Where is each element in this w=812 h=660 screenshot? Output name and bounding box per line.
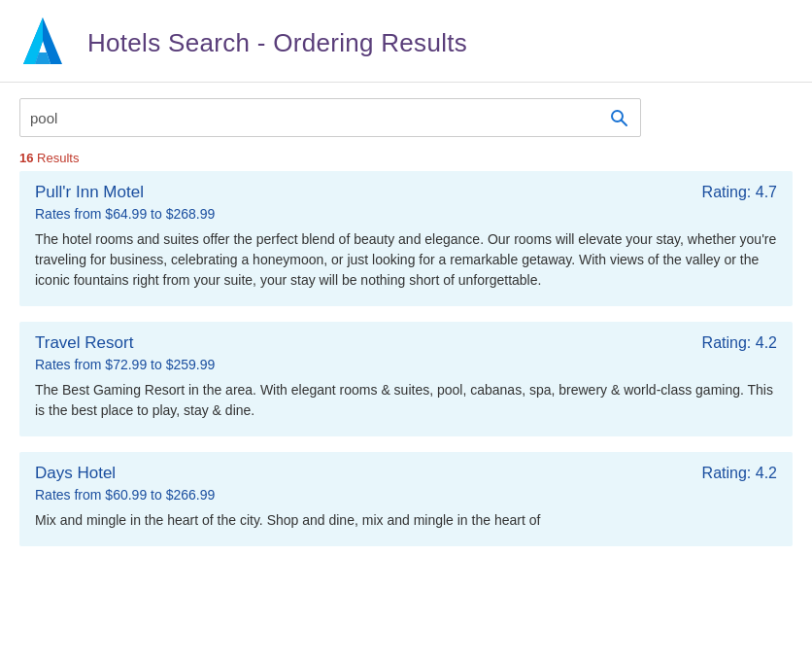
hotel-description: The hotel rooms and suites offer the per… [35,229,777,291]
main-content: Pull'r Inn Motel Rating: 4.7 Rates from … [0,171,812,660]
logo-icon [14,14,72,72]
hotel-description: The Best Gaming Resort in the area. With… [35,380,777,421]
search-input[interactable] [30,110,607,126]
results-area[interactable]: Pull'r Inn Motel Rating: 4.7 Rates from … [0,171,812,660]
hotel-card-header: Travel Resort Rating: 4.2 [35,333,777,353]
hotel-rates: Rates from $72.99 to $259.99 [35,357,777,372]
hotel-name[interactable]: Travel Resort [35,333,133,353]
results-number: 16 [19,151,33,165]
hotel-description: Mix and mingle in the heart of the city.… [35,510,777,531]
hotel-rating: Rating: 4.2 [702,334,777,352]
hotel-rates: Rates from $60.99 to $266.99 [35,487,777,503]
logo [14,14,72,72]
hotel-rating: Rating: 4.7 [702,184,777,201]
hotel-card: Days Hotel Rating: 4.2 Rates from $60.99… [19,452,793,546]
hotel-card: Travel Resort Rating: 4.2 Rates from $72… [19,322,793,436]
hotel-rates: Rates from $64.99 to $268.99 [35,206,777,222]
hotel-card: Pull'r Inn Motel Rating: 4.7 Rates from … [19,171,793,306]
svg-line-4 [622,121,627,126]
hotel-rating: Rating: 4.2 [702,465,777,482]
search-button[interactable] [607,108,630,127]
hotel-card-header: Days Hotel Rating: 4.2 [35,464,777,483]
header: Hotels Search - Ordering Results [0,0,812,83]
page-wrapper: Hotels Search - Ordering Results 16 Resu… [0,0,812,660]
results-count-bar: 16 Results [0,145,812,171]
search-box [19,98,641,137]
hotel-card-header: Pull'r Inn Motel Rating: 4.7 [35,183,777,202]
search-section [0,83,812,145]
hotel-name[interactable]: Pull'r Inn Motel [35,183,144,202]
page-title: Hotels Search - Ordering Results [87,28,467,58]
hotel-name[interactable]: Days Hotel [35,464,116,483]
results-label: Results [37,151,79,165]
search-icon [609,108,628,127]
